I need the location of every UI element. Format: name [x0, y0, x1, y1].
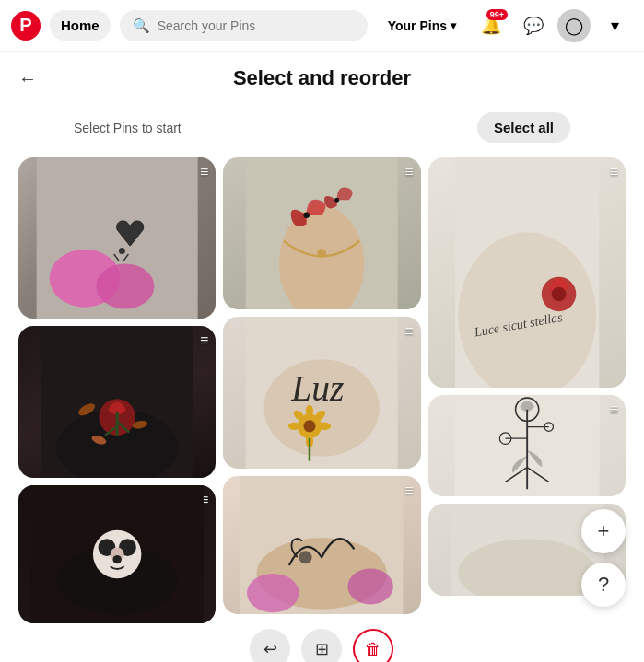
help-fab-button[interactable]: ? [581, 563, 626, 607]
notification-badge: 99+ [486, 9, 508, 21]
pin-item[interactable] [223, 476, 420, 614]
move-icon: ↩ [263, 639, 277, 659]
svg-point-20 [335, 198, 340, 203]
pin-item[interactable] [223, 157, 420, 309]
navbar: P Home 🔍 Your Pins ▾ 🔔 99+ 💬 ◯ ▾ [0, 0, 644, 52]
pin-item[interactable] [18, 326, 216, 478]
pin-art [428, 395, 626, 496]
search-bar: 🔍 [120, 10, 368, 41]
svg-point-37 [348, 569, 393, 605]
pin-item[interactable] [18, 485, 216, 623]
page-header: ← Select and reorder [0, 52, 644, 105]
trash-icon: 🗑 [365, 640, 381, 659]
avatar-icon: ◯ [565, 16, 583, 36]
search-input[interactable] [158, 18, 355, 33]
move-button[interactable]: ↩ [250, 629, 290, 662]
plus-fab-button[interactable]: + [581, 509, 626, 553]
select-all-button[interactable]: Select all [477, 112, 570, 143]
pin-art: Luz [223, 317, 420, 469]
pin-art [223, 476, 420, 614]
svg-text:Luz: Luz [290, 368, 344, 409]
add-to-board-button[interactable]: ⊞ [301, 629, 342, 662]
search-icon: 🔍 [133, 17, 150, 34]
pin-art [223, 157, 420, 309]
select-pins-label: Select Pins to start [74, 121, 181, 135]
plus-icon: + [598, 519, 610, 543]
messages-button[interactable]: 💬 [515, 7, 552, 44]
chat-icon: 💬 [523, 16, 544, 36]
more-button[interactable]: ▾ [596, 7, 633, 44]
pin-action-bar: ↩ ⊞ 🗑 [223, 629, 420, 662]
home-button[interactable]: Home [50, 10, 111, 41]
pin-column-2: Luz [223, 157, 420, 662]
svg-point-21 [318, 249, 327, 258]
avatar-button[interactable]: ◯ [557, 9, 591, 42]
chevron-down-icon: ▾ [451, 19, 456, 32]
svg-point-35 [299, 551, 312, 563]
pin-art [18, 157, 216, 319]
svg-point-3 [119, 248, 125, 254]
pin-item[interactable]: Luz [223, 317, 420, 469]
svg-point-19 [304, 212, 310, 218]
svg-point-27 [306, 405, 313, 417]
pin-art: Luce sicut stellas [428, 157, 626, 388]
page-title: Select and reorder [233, 66, 411, 90]
pin-item[interactable] [428, 395, 626, 496]
pin-column-1 [18, 157, 216, 662]
nav-right: Your Pins ▾ 🔔 99+ 💬 ◯ ▾ [377, 7, 633, 44]
help-icon: ? [598, 573, 609, 597]
svg-point-2 [96, 264, 154, 309]
pins-grid: Luz [0, 157, 644, 662]
select-bar: Select Pins to start Select all [0, 105, 644, 150]
pin-art [18, 485, 216, 623]
pin-item[interactable] [18, 157, 216, 319]
fab-container: + ? [581, 509, 626, 607]
pinterest-logo[interactable]: P [11, 11, 41, 41]
pin-item[interactable]: Luce sicut stellas [428, 157, 626, 388]
svg-point-16 [112, 555, 121, 563]
chevron-down-icon: ▾ [611, 16, 619, 36]
back-icon: ← [18, 68, 37, 88]
svg-point-36 [247, 574, 299, 612]
folder-icon: ⊞ [315, 639, 329, 659]
svg-point-41 [551, 287, 566, 302]
delete-button[interactable]: 🗑 [353, 629, 393, 662]
back-button[interactable]: ← [18, 68, 37, 89]
notifications-button[interactable]: 🔔 99+ [473, 7, 509, 44]
svg-point-26 [304, 420, 316, 432]
pin-art [18, 326, 216, 478]
svg-point-30 [319, 423, 331, 430]
svg-point-29 [288, 423, 300, 430]
your-pins-button[interactable]: Your Pins ▾ [377, 11, 467, 41]
